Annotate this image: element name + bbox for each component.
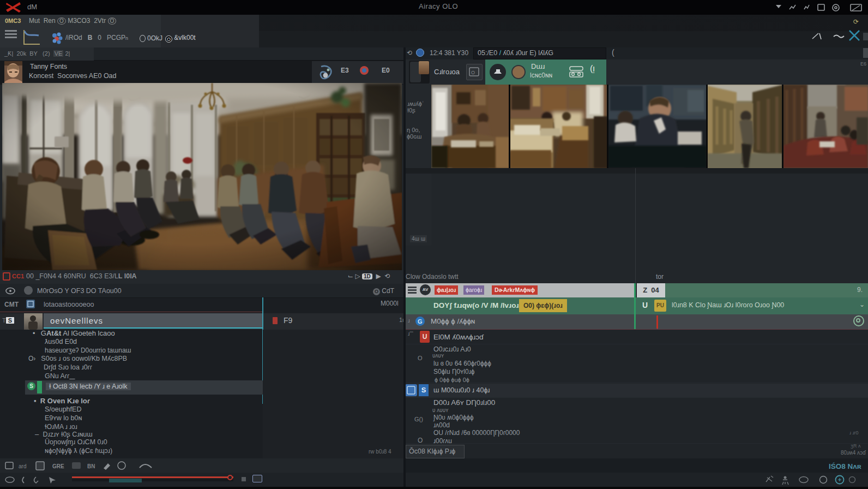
svg-text:O: O xyxy=(471,70,475,75)
svg-text:ard: ard xyxy=(19,463,26,469)
svg-text:BN: BN xyxy=(87,463,95,469)
svg-text:GRE: GRE xyxy=(52,463,64,469)
svg-text:G: G xyxy=(418,318,423,325)
